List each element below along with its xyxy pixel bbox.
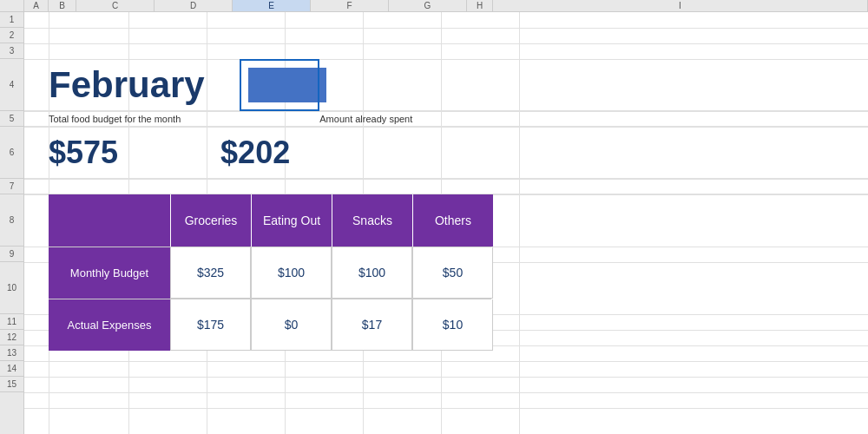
row-num-5[interactable]: 5	[0, 111, 23, 127]
row-num-4[interactable]: 4	[0, 59, 23, 111]
row-num-9[interactable]: 9	[0, 247, 23, 262]
row-num-2[interactable]: 2	[0, 28, 23, 43]
row-num-11[interactable]: 11	[0, 314, 23, 330]
row-num-3[interactable]: 3	[0, 43, 23, 59]
table-row-monthly-budget: Monthly Budget $325 $100 $100 $50	[49, 247, 491, 299]
table-header-groceries: Groceries	[170, 194, 251, 247]
column-headers: A B C D E F G H I	[0, 0, 868, 12]
table-row-actual-expenses: Actual Expenses $175 $0 $17 $10	[49, 299, 491, 351]
actual-expenses-eating-out[interactable]: $0	[251, 299, 332, 351]
budget-value: $575	[24, 135, 118, 171]
row-num-1[interactable]: 1	[0, 12, 23, 28]
row-num-15[interactable]: 15	[0, 377, 23, 392]
monthly-budget-eating-out[interactable]: $100	[251, 247, 332, 299]
row-label-monthly-budget: Monthly Budget	[49, 247, 170, 299]
grid-h-17	[24, 408, 868, 409]
row-5-content: Total food budget for the month Amount a…	[24, 111, 868, 127]
content-area: 1 2 3 4 5 6 7 8 9 10 11 12 13 14 15	[0, 12, 868, 434]
col-header-E[interactable]: E	[233, 0, 311, 11]
month-title: February	[24, 64, 205, 106]
row-num-14[interactable]: 14	[0, 361, 23, 377]
sheet[interactable]: February Total food budget for the month…	[24, 12, 868, 434]
row-6-content: $575 $202	[24, 127, 868, 179]
col-header-H[interactable]: H	[467, 0, 493, 11]
spreadsheet: A B C D E F G H I 1 2 3 4 5 6 7 8 9 10 1…	[0, 0, 868, 434]
table-header-eating-out: Eating Out	[251, 194, 332, 247]
actual-expenses-others[interactable]: $10	[412, 299, 493, 351]
col-header-F[interactable]: F	[311, 0, 389, 11]
col-header-B[interactable]: B	[49, 0, 76, 11]
col-header-A[interactable]: A	[24, 0, 49, 11]
grid-h-1	[24, 28, 868, 29]
monthly-budget-groceries[interactable]: $325	[170, 247, 251, 299]
table-header-row: Groceries Eating Out Snacks Others	[49, 194, 491, 247]
table-header-others: Others	[412, 194, 493, 247]
row-num-12[interactable]: 12	[0, 330, 23, 345]
corner-cell	[0, 0, 24, 11]
table-corner-header	[49, 194, 170, 247]
grid-h-14	[24, 361, 868, 362]
row-label-actual-expenses: Actual Expenses	[49, 299, 170, 351]
actual-expenses-snacks[interactable]: $17	[332, 299, 412, 351]
actual-expenses-groceries[interactable]: $175	[170, 299, 251, 351]
grid-h-16	[24, 392, 868, 393]
row-num-6[interactable]: 6	[0, 127, 23, 179]
spent-value: $202	[118, 135, 290, 171]
spent-label: Amount already spent	[181, 114, 412, 124]
row-numbers: 1 2 3 4 5 6 7 8 9 10 11 12 13 14 15	[0, 12, 24, 434]
blue-color-swatch	[248, 68, 326, 102]
col-header-C[interactable]: C	[76, 0, 155, 11]
row-num-13[interactable]: 13	[0, 345, 23, 361]
row-7-empty	[24, 179, 868, 194]
row-4-content: February	[24, 59, 868, 111]
monthly-budget-snacks[interactable]: $100	[332, 247, 412, 299]
row-num-8[interactable]: 8	[0, 194, 23, 247]
table-header-snacks: Snacks	[332, 194, 412, 247]
row-num-10[interactable]: 10	[0, 262, 23, 314]
budget-table: Groceries Eating Out Snacks Others Month…	[49, 194, 491, 351]
row-num-7[interactable]: 7	[0, 179, 23, 194]
grid-h-15	[24, 377, 868, 378]
col-header-D[interactable]: D	[155, 0, 233, 11]
col-header-I[interactable]: I	[493, 0, 868, 11]
col-header-G[interactable]: G	[389, 0, 467, 11]
monthly-budget-others[interactable]: $50	[412, 247, 493, 299]
grid-h-2	[24, 43, 868, 44]
budget-label: Total food budget for the month	[24, 114, 181, 124]
